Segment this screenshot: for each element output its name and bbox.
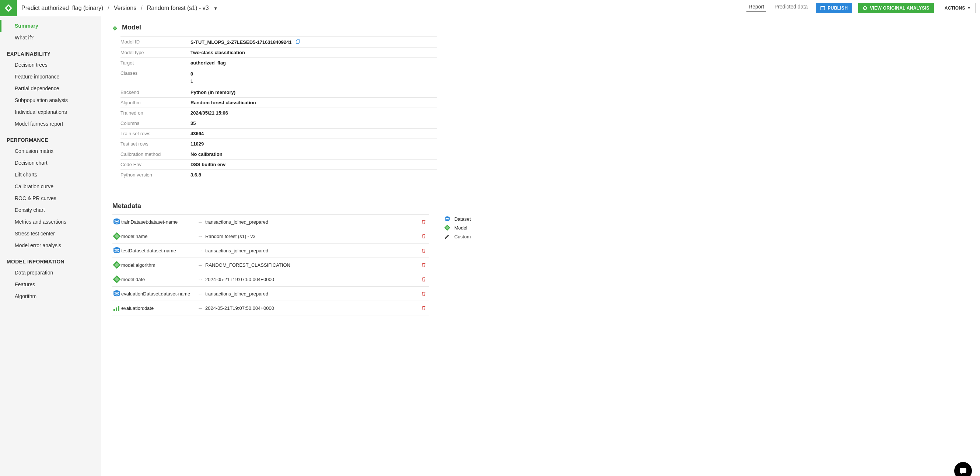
model-detail-value: 2024/05/21 15:06 — [191, 110, 228, 116]
arrow-icon: → — [195, 291, 205, 296]
sidebar-item-metrics-and-assertions[interactable]: Metrics and assertions — [0, 216, 101, 228]
sidebar-item-stress-test-center[interactable]: Stress test center — [0, 228, 101, 239]
sidebar-item-lift-charts[interactable]: Lift charts — [0, 169, 101, 180]
dataset-icon — [112, 246, 121, 255]
model-detail-value: S-TUT_MLOPS_2-Z7LESED5-1716318409241 — [191, 39, 301, 45]
publish-button[interactable]: Publish — [816, 3, 852, 13]
metadata-key: model:name — [121, 234, 195, 239]
metadata-key: testDataset:dataset-name — [121, 248, 195, 253]
arrow-icon: → — [195, 262, 205, 268]
tab-predicted-data[interactable]: Predicted data — [772, 4, 810, 12]
model-icon — [112, 25, 118, 30]
sidebar-item-confusion-matrix[interactable]: Confusion matrix — [0, 145, 101, 157]
actions-dropdown[interactable]: Actions ▼ — [940, 3, 975, 13]
breadcrumb-separator: / — [108, 5, 109, 11]
model-detail-value: 43664 — [191, 131, 204, 136]
metadata-value: transactions_joined_prepared — [205, 248, 418, 253]
model-detail-row: Classes0 1 — [121, 68, 438, 87]
delete-icon[interactable] — [418, 219, 429, 224]
breadcrumb-model-version[interactable]: Random forest (s1) - v3 ▼ — [147, 5, 218, 11]
tab-report[interactable]: Report — [746, 4, 766, 12]
model-detail-label: Algorithm — [121, 100, 191, 105]
sidebar-item-decision-chart[interactable]: Decision chart — [0, 157, 101, 169]
metadata-row: testDataset:dataset-name→transactions_jo… — [112, 243, 429, 258]
delete-icon[interactable] — [418, 306, 429, 310]
dataset-icon — [444, 215, 450, 222]
sidebar-heading: PERFORMANCE — [0, 130, 101, 145]
chevron-down-icon: ▼ — [213, 6, 218, 11]
arrow-icon: → — [195, 277, 205, 282]
metadata-row: trainDataset:dataset-name→transactions_j… — [112, 215, 429, 229]
model-section-title: Model — [112, 24, 969, 31]
model-detail-label: Train set rows — [121, 131, 191, 136]
breadcrumb-versions[interactable]: Versions — [114, 5, 136, 11]
model-detail-row: AlgorithmRandom forest classification — [121, 97, 438, 108]
model-detail-row: Model IDS-TUT_MLOPS_2-Z7LESED5-171631840… — [121, 37, 438, 47]
breadcrumb-analysis[interactable]: Predict authorized_flag (binary) — [21, 5, 103, 11]
arrow-icon: → — [195, 219, 205, 225]
model-detail-row: Code EnvDSS builtin env — [121, 159, 438, 169]
sidebar-item-roc-pr-curves[interactable]: ROC & PR curves — [0, 192, 101, 204]
model-detail-value: 11029 — [191, 141, 204, 146]
top-bar: Predict authorized_flag (binary) / Versi… — [0, 0, 980, 16]
metadata-row: evaluationDataset:dataset-name→transacti… — [112, 286, 429, 301]
arrow-icon: → — [195, 248, 205, 253]
topbar-actions: Report Predicted data Publish View Origi… — [746, 3, 980, 13]
metadata-value: 2024-05-21T19:07:50.004+0000 — [205, 277, 418, 282]
model-detail-row: Calibration methodNo calibration — [121, 149, 438, 159]
sidebar-item-algorithm[interactable]: Algorithm — [0, 290, 101, 302]
metadata-key: model:algorithm — [121, 262, 195, 268]
model-detail-label: Code Env — [121, 162, 191, 167]
model-detail-label: Test set rows — [121, 141, 191, 146]
app-logo[interactable] — [0, 0, 17, 16]
model-detail-row: Targetauthorized_flag — [121, 57, 438, 68]
legend-label: Custom — [454, 234, 471, 239]
sidebar-item-decision-trees[interactable]: Decision trees — [0, 59, 101, 71]
metadata-value: transactions_joined_prepared — [205, 291, 418, 296]
delete-icon[interactable] — [418, 277, 429, 282]
arrow-icon: → — [195, 234, 205, 239]
legend-label: Dataset — [454, 216, 471, 222]
sidebar-item-features[interactable]: Features — [0, 279, 101, 290]
model-detail-value: Python (in memory) — [191, 89, 235, 95]
sidebar-item-subpopulation-analysis[interactable]: Subpopulation analysis — [0, 94, 101, 106]
metadata-section-title: Metadata — [112, 202, 969, 210]
model-detail-value: authorized_flag — [191, 60, 226, 65]
model-detail-value: 3.6.8 — [191, 172, 201, 178]
copy-icon[interactable] — [295, 39, 301, 45]
model-detail-row: Model typeTwo-class classification — [121, 47, 438, 57]
sidebar-item-model-error-analysis[interactable]: Model error analysis — [0, 239, 101, 251]
dataset-icon — [112, 289, 121, 298]
delete-icon[interactable] — [418, 262, 429, 267]
delete-icon[interactable] — [418, 248, 429, 253]
sidebar-item-density-chart[interactable]: Density chart — [0, 204, 101, 216]
view-original-analysis-button[interactable]: View Original Analysis — [858, 3, 934, 13]
legend-item: Model — [444, 223, 518, 232]
metadata-key: model:date — [121, 277, 195, 282]
model-detail-row: Python version3.6.8 — [121, 169, 438, 180]
metadata-key: trainDataset:dataset-name — [121, 219, 195, 225]
sidebar-item-summary[interactable]: Summary — [0, 20, 101, 32]
sidebar-heading: EXPLAINABILITY — [0, 43, 101, 59]
model-details-table: Model IDS-TUT_MLOPS_2-Z7LESED5-171631840… — [121, 37, 438, 180]
sidebar-item-feature-importance[interactable]: Feature importance — [0, 71, 101, 83]
sidebar-item-model-fairness-report[interactable]: Model fairness report — [0, 118, 101, 130]
metadata-key: evaluationDataset:dataset-name — [121, 291, 195, 296]
sidebar-item-individual-explanations[interactable]: Individual explanations — [0, 106, 101, 118]
model-detail-row: BackendPython (in memory) — [121, 87, 438, 97]
delete-icon[interactable] — [418, 291, 429, 296]
model-icon — [112, 232, 121, 240]
sidebar-item-calibration-curve[interactable]: Calibration curve — [0, 180, 101, 192]
delete-icon[interactable] — [418, 234, 429, 239]
eval-icon — [112, 304, 121, 312]
breadcrumb: Predict authorized_flag (binary) / Versi… — [21, 5, 746, 11]
model-detail-label: Classes — [121, 70, 191, 85]
legend-item: Custom — [444, 232, 518, 241]
sidebar-item-partial-dependence[interactable]: Partial dependence — [0, 83, 101, 94]
model-detail-label: Python version — [121, 172, 191, 178]
breadcrumb-separator: / — [141, 5, 142, 11]
sidebar-item-data-preparation[interactable]: Data preparation — [0, 267, 101, 279]
legend-label: Model — [454, 225, 467, 231]
sidebar: SummaryWhat if?EXPLAINABILITYDecision tr… — [0, 16, 101, 476]
sidebar-item-what-if-[interactable]: What if? — [0, 32, 101, 43]
